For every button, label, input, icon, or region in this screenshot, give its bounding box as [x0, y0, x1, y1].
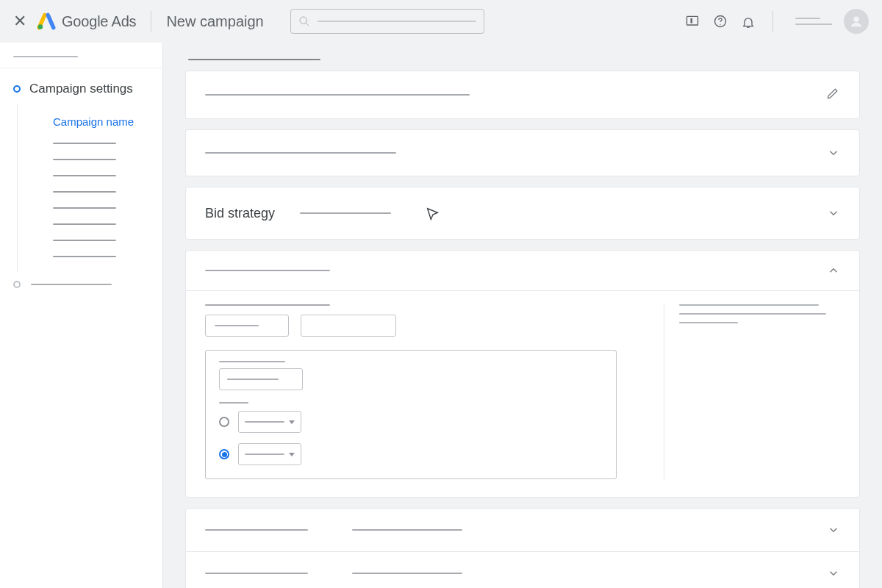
sidebar-section-campaign-settings[interactable]: Campaign settings: [0, 68, 162, 104]
card-header-row[interactable]: [186, 130, 859, 176]
sidebar-back[interactable]: [0, 56, 162, 68]
card-row[interactable]: [186, 509, 859, 552]
sidebar-item[interactable]: [41, 216, 162, 232]
main-content: Bid strategy: [163, 43, 882, 588]
bid-strategy-card: Bid strategy: [185, 187, 860, 240]
chevron-down-icon[interactable]: [827, 207, 840, 220]
radio-unselected-icon: [219, 417, 229, 427]
app-header: ✕ Google Ads New campaign: [0, 0, 882, 43]
bid-strategy-value-placeholder: [300, 212, 391, 214]
info-panel: [664, 304, 840, 479]
svg-point-6: [720, 24, 720, 25]
sidebar-item[interactable]: [41, 151, 162, 168]
settings-card: [185, 129, 860, 176]
account-avatar[interactable]: [844, 9, 869, 34]
svg-line-2: [306, 23, 309, 26]
sidebar-item[interactable]: [41, 168, 162, 184]
svg-rect-4: [691, 18, 693, 24]
sidebar-section-next[interactable]: [0, 272, 162, 297]
step-active-icon: [13, 85, 21, 93]
text-field[interactable]: [205, 315, 289, 337]
svg-point-0: [38, 24, 43, 29]
chevron-down-icon[interactable]: [827, 567, 840, 580]
sidebar-item-campaign-name[interactable]: Campaign name: [41, 108, 162, 135]
dropdown[interactable]: [238, 443, 301, 465]
sidebar: Campaign settings Campaign name: [0, 43, 163, 588]
brand-text: Google Ads: [62, 13, 136, 30]
chevron-down-icon[interactable]: [827, 146, 840, 159]
card-row[interactable]: [186, 552, 859, 588]
field-group-label: [205, 304, 330, 306]
sidebar-item[interactable]: [41, 248, 162, 265]
expanded-settings-card: [185, 250, 860, 498]
caret-down-icon: [289, 453, 295, 456]
header-actions: [684, 9, 869, 34]
card-header-row[interactable]: Bid strategy: [186, 187, 859, 239]
card-header-row[interactable]: [186, 251, 859, 291]
brand-logo[interactable]: Google Ads: [37, 12, 136, 31]
radio-option[interactable]: [219, 411, 603, 433]
radio-selected-icon: [219, 449, 229, 459]
caret-down-icon: [289, 420, 295, 424]
sidebar-item[interactable]: [41, 135, 162, 151]
radio-option[interactable]: [219, 443, 603, 465]
edit-icon[interactable]: [825, 86, 840, 104]
svg-point-7: [853, 17, 858, 22]
divider: [772, 11, 773, 32]
svg-point-1: [300, 17, 306, 24]
divider: [151, 11, 151, 32]
field-label: [219, 402, 248, 404]
search-icon: [298, 15, 310, 27]
sidebar-item[interactable]: [41, 184, 162, 200]
help-icon[interactable]: [712, 13, 728, 29]
step-inactive-icon: [13, 281, 21, 288]
settings-card-group: [185, 508, 860, 588]
close-icon[interactable]: ✕: [13, 12, 26, 31]
card-header-row[interactable]: [186, 71, 859, 118]
sidebar-item[interactable]: [41, 200, 162, 216]
field-label: [219, 361, 285, 362]
options-panel: [205, 350, 617, 479]
bid-strategy-title: Bid strategy: [205, 206, 275, 221]
sidebar-section-title: Campaign settings: [29, 82, 133, 96]
search-placeholder: [318, 21, 476, 22]
chevron-down-icon[interactable]: [827, 523, 840, 537]
dropdown[interactable]: [238, 411, 301, 433]
cursor-icon: [425, 207, 441, 226]
settings-card: [185, 71, 860, 119]
page-title: New campaign: [166, 13, 263, 30]
text-field[interactable]: [301, 315, 396, 337]
sidebar-item[interactable]: [41, 232, 162, 248]
chevron-up-icon[interactable]: [827, 264, 840, 277]
account-label-placeholder: [795, 18, 832, 25]
notifications-icon[interactable]: [740, 13, 756, 29]
google-ads-logo-icon: [37, 12, 56, 31]
search-input[interactable]: [290, 9, 484, 34]
reports-icon[interactable]: [684, 13, 700, 29]
section-heading: [188, 59, 860, 60]
text-field[interactable]: [219, 368, 303, 390]
